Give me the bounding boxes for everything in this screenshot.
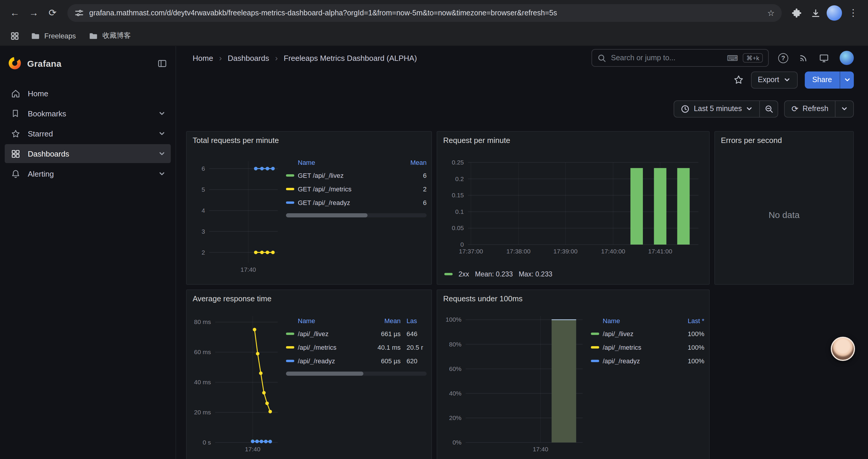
legend-header-last[interactable]: Las (401, 317, 427, 324)
apps-grid-icon[interactable] (7, 28, 23, 43)
bookmark-star-icon[interactable]: ☆ (767, 9, 775, 17)
legend-row[interactable]: /api/_/metrics 40.1 ms 20.5 r (286, 340, 427, 354)
share-button[interactable]: Share (804, 71, 840, 88)
series-name[interactable]: GET /api/_/readyz (298, 199, 399, 206)
panel-title[interactable]: Request per minute (437, 132, 709, 148)
legend-header-name[interactable]: Name (298, 159, 399, 166)
legend-header-mean[interactable]: Mean (399, 159, 427, 166)
series-name[interactable]: /api/_/metrics (603, 343, 674, 351)
refresh-button[interactable]: ⟳ Refresh (784, 100, 836, 117)
requests-under-100ms-chart[interactable]: 100%80%60%40%20%0%17:40 (442, 306, 587, 457)
refresh-interval-dropdown[interactable] (835, 100, 854, 117)
panel-average-response-time: Average response time 80 ms60 ms40 ms20 … (186, 290, 432, 459)
collapse-sidebar-icon[interactable] (157, 58, 167, 68)
series-mean: 605 µs (365, 357, 401, 364)
chevron-down-icon[interactable] (158, 110, 165, 117)
total-requests-chart[interactable]: 6543217:40 (191, 148, 282, 281)
time-range-picker[interactable]: Last 5 minutes (674, 100, 760, 117)
display-icon[interactable] (819, 53, 829, 63)
sidebar-item-bookmarks[interactable]: Bookmarks (5, 104, 171, 123)
legend-header-name[interactable]: Name (298, 317, 365, 324)
request-per-minute-chart[interactable]: 0.250.20.150.10.05017:37:0017:38:0017:39… (442, 148, 704, 268)
series-name[interactable]: /api/_/readyz (298, 357, 365, 364)
sidebar-item-label: Bookmarks (28, 109, 66, 118)
site-info-icon[interactable] (74, 8, 84, 18)
series-name[interactable]: /api/_/readyz (603, 357, 674, 364)
sidebar-item-label: Dashboards (28, 149, 69, 158)
sidebar-item-starred[interactable]: Starred (5, 124, 171, 143)
user-avatar[interactable] (840, 51, 854, 65)
search-shortcut: ⌘+k (743, 53, 763, 63)
grafana-logo (8, 57, 21, 70)
zoom-out-icon[interactable] (760, 100, 778, 117)
legend-row[interactable]: GET /api/_/metrics 2 (286, 182, 427, 196)
search-input[interactable] (611, 54, 722, 62)
bookmark-freeleaps[interactable]: Freeleaps (26, 29, 81, 43)
series-name[interactable]: /api/_/livez (298, 330, 365, 337)
svg-text:17:41:00: 17:41:00 (648, 248, 673, 255)
legend-row[interactable]: /api/_/metrics 100% (591, 340, 704, 354)
legend[interactable]: 2xx Mean: 0.233 Max: 0.233 (442, 268, 704, 281)
legend-row[interactable]: /api/_/livez 661 µs 646 (286, 327, 427, 340)
series-name[interactable]: 2xx (459, 270, 469, 277)
series-name[interactable]: GET /api/_/metrics (298, 185, 399, 192)
series-name[interactable]: /api/_/metrics (298, 343, 365, 351)
chevron-down-icon[interactable] (158, 170, 165, 177)
top-nav: Home › Dashboards › Freeleaps Metrics Da… (176, 46, 868, 70)
series-last: 100% (674, 343, 704, 351)
series-marker (286, 359, 294, 362)
help-icon[interactable]: ? (778, 53, 788, 63)
legend-row[interactable]: /api/_/readyz 605 µs 620 (286, 354, 427, 367)
series-name[interactable]: /api/_/livez (603, 330, 674, 337)
svg-text:3: 3 (202, 228, 205, 235)
panel-title[interactable]: Total requests per minute (187, 132, 431, 148)
export-button[interactable]: Export (751, 71, 797, 88)
brand-row: Grafana (0, 51, 176, 76)
legend-header-name[interactable]: Name (603, 317, 674, 324)
legend-row[interactable]: GET /api/_/livez 6 (286, 168, 427, 182)
legend-row[interactable]: /api/_/readyz 100% (591, 354, 704, 367)
downloads-icon[interactable] (807, 4, 824, 22)
extensions-icon[interactable] (788, 4, 805, 22)
back-icon[interactable]: ← (6, 4, 24, 22)
sidebar-item-label: Home (28, 89, 48, 98)
reload-icon[interactable]: ⟳ (44, 4, 61, 22)
dashboard-canvas: Total requests per minute 6543217:40 Nam… (176, 131, 868, 459)
panel-errors-per-second: Errors per second No data (714, 131, 854, 285)
panel-title[interactable]: Requests under 100ms (437, 290, 709, 306)
breadcrumb-dashboards[interactable]: Dashboards (228, 54, 269, 62)
search-box[interactable]: ⌨ ⌘+k (591, 49, 769, 67)
svg-text:20 ms: 20 ms (194, 409, 211, 416)
legend-row[interactable]: /api/_/livez 100% (591, 327, 704, 340)
chevron-down-icon[interactable] (158, 130, 165, 137)
legend-row[interactable]: GET /api/_/readyz 6 (286, 196, 427, 209)
legend-scrollbar[interactable] (286, 213, 427, 218)
average-response-time-chart[interactable]: 80 ms60 ms40 ms20 ms0 s17:40 (191, 306, 282, 457)
floating-avatar[interactable] (831, 337, 855, 361)
home-icon (10, 88, 21, 98)
svg-text:5: 5 (202, 186, 205, 193)
series-mean: 661 µs (365, 330, 401, 337)
legend-scrollbar[interactable] (286, 371, 427, 376)
browser-profile-avatar[interactable] (826, 4, 843, 22)
news-rss-icon[interactable] (799, 53, 808, 63)
breadcrumb-home[interactable]: Home (193, 54, 213, 62)
panel-title[interactable]: Average response time (187, 290, 431, 306)
legend-header-last[interactable]: Last * (674, 317, 704, 324)
series-mean: 6 (399, 172, 427, 179)
address-bar[interactable]: grafana.mathmast.com/d/deytv4rwavabkb/fr… (67, 4, 782, 22)
series-mean: Mean: 0.233 (475, 270, 513, 277)
browser-menu-icon[interactable]: ⋮ (844, 4, 862, 22)
refresh-group: ⟳ Refresh (784, 100, 854, 117)
legend-header-mean[interactable]: Mean (365, 317, 401, 324)
panel-title[interactable]: Errors per second (715, 132, 853, 148)
forward-icon[interactable]: → (25, 4, 42, 22)
favorite-star-icon[interactable] (733, 74, 744, 85)
bookmark-blogs[interactable]: 收藏博客 (84, 28, 135, 43)
sidebar-item-alerting[interactable]: Alerting (5, 164, 171, 183)
sidebar-item-home[interactable]: Home (5, 84, 171, 103)
sidebar-item-dashboards[interactable]: Dashboards (5, 144, 171, 163)
chevron-down-icon[interactable] (158, 150, 165, 157)
share-dropdown-icon[interactable] (840, 71, 854, 88)
series-name[interactable]: GET /api/_/livez (298, 172, 399, 179)
